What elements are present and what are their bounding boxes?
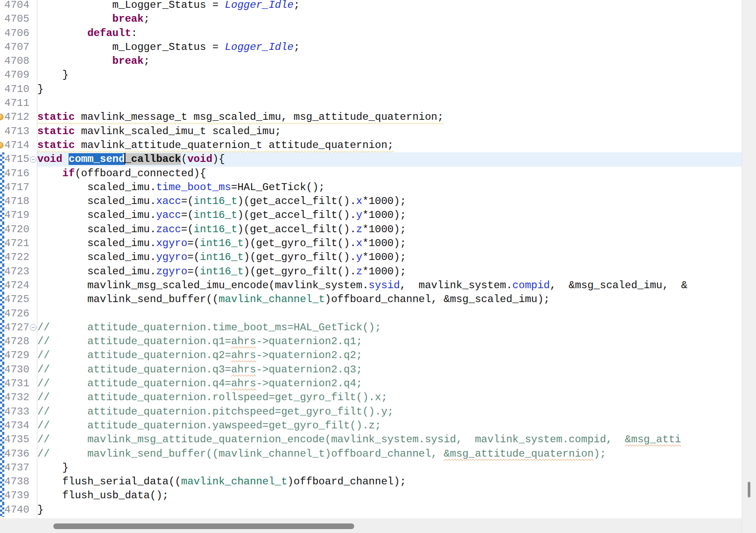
code-line-text[interactable]: // mavlink_msg_attitude_quaternion_encod… bbox=[37, 433, 742, 447]
code-line[interactable]: 4719 scaled_imu.yacc=(int16_t)(get_accel… bbox=[0, 208, 742, 222]
code-line[interactable]: 4726 bbox=[0, 307, 742, 321]
line-number-gutter[interactable]: 4710 bbox=[0, 82, 37, 96]
code-line[interactable]: 4725 mavlink_send_buffer((mavlink_channe… bbox=[0, 293, 742, 306]
code-line[interactable]: 4737 } bbox=[0, 461, 742, 475]
fold-collapse-icon[interactable] bbox=[30, 156, 36, 163]
line-number-gutter[interactable]: 4712 bbox=[0, 110, 37, 124]
line-number-gutter[interactable]: 4718 bbox=[0, 194, 37, 208]
code-line[interactable]: 4717 scaled_imu.time_boot_ms=HAL_GetTick… bbox=[0, 181, 742, 194]
code-line[interactable]: 4738 flush_serial_data((mavlink_channel_… bbox=[0, 475, 742, 489]
line-number-gutter[interactable]: 4714 bbox=[0, 138, 37, 152]
line-number-gutter[interactable]: 4740 bbox=[0, 503, 37, 517]
code-line-text[interactable]: break; bbox=[37, 54, 742, 68]
code-line-text[interactable]: scaled_imu.time_boot_ms=HAL_GetTick(); bbox=[37, 181, 742, 194]
line-number-gutter[interactable]: 4729 bbox=[0, 349, 37, 362]
code-line-text[interactable]: scaled_imu.xacc=(int16_t)(get_accel_filt… bbox=[37, 194, 742, 208]
line-number-gutter[interactable]: 4719 bbox=[0, 208, 37, 222]
code-line[interactable]: 4721 scaled_imu.xgyro=(int16_t)(get_gyro… bbox=[0, 237, 742, 250]
code-line-text[interactable]: } bbox=[37, 461, 742, 475]
code-line[interactable]: 4728// attitude_quaternion.q1=ahrs->quat… bbox=[0, 335, 742, 349]
code-area[interactable]: 4704 m_Logger_Status = Logger_Idle;4705 … bbox=[0, 0, 742, 531]
code-line[interactable]: 4720 scaled_imu.zacc=(int16_t)(get_accel… bbox=[0, 223, 742, 237]
code-line[interactable]: 4730// attitude_quaternion.q3=ahrs->quat… bbox=[0, 363, 742, 377]
code-line-text[interactable]: break; bbox=[37, 12, 742, 26]
line-number-gutter[interactable]: 4715 bbox=[0, 152, 37, 166]
overview-ruler[interactable] bbox=[742, 0, 756, 533]
code-line-text[interactable]: m_Logger_Status = Logger_Idle; bbox=[37, 0, 742, 12]
code-line[interactable]: 4713static mavlink_scaled_imu_t scaled_i… bbox=[0, 125, 742, 138]
code-line-text[interactable]: // mavlink_send_buffer((mavlink_channel_… bbox=[37, 447, 742, 461]
line-number-gutter[interactable]: 4737 bbox=[0, 461, 37, 475]
line-number-gutter[interactable]: 4707 bbox=[0, 40, 37, 54]
code-line[interactable]: 4705 break; bbox=[0, 12, 742, 26]
line-number-gutter[interactable]: 4713 bbox=[0, 125, 37, 138]
code-line[interactable]: 4740} bbox=[0, 503, 742, 517]
line-number-gutter[interactable]: 4720 bbox=[0, 223, 37, 237]
code-line-text[interactable]: } bbox=[37, 82, 742, 96]
code-line-text[interactable]: scaled_imu.zgyro=(int16_t)(get_gyro_filt… bbox=[37, 265, 742, 279]
code-line-text[interactable]: // attitude_quaternion.time_boot_ms=HAL_… bbox=[37, 321, 742, 335]
code-line[interactable]: 4731// attitude_quaternion.q4=ahrs->quat… bbox=[0, 377, 742, 391]
horizontal-scrollbar-track[interactable] bbox=[0, 518, 742, 533]
code-line-text[interactable]: flush_usb_data(); bbox=[37, 489, 742, 503]
code-line-text[interactable]: scaled_imu.zacc=(int16_t)(get_accel_filt… bbox=[37, 223, 742, 237]
line-number-gutter[interactable]: 4738 bbox=[0, 475, 37, 489]
code-line[interactable]: 4723 scaled_imu.zgyro=(int16_t)(get_gyro… bbox=[0, 265, 742, 279]
line-number-gutter[interactable]: 4722 bbox=[0, 250, 37, 264]
code-line-text[interactable]: scaled_imu.ygyro=(int16_t)(get_gyro_filt… bbox=[37, 250, 742, 264]
code-line[interactable]: 4718 scaled_imu.xacc=(int16_t)(get_accel… bbox=[0, 194, 742, 208]
code-line-text[interactable]: scaled_imu.yacc=(int16_t)(get_accel_filt… bbox=[37, 208, 742, 222]
code-line-text[interactable]: mavlink_send_buffer((mavlink_channel_t)o… bbox=[37, 293, 742, 306]
fold-collapse-icon[interactable] bbox=[30, 324, 36, 331]
code-line-text[interactable]: // attitude_quaternion.q3=ahrs->quaterni… bbox=[37, 363, 742, 377]
code-line-text[interactable]: static mavlink_scaled_imu_t scaled_imu; bbox=[37, 125, 742, 138]
code-line[interactable]: 4706 default: bbox=[0, 26, 742, 40]
line-number-gutter[interactable]: 4736 bbox=[0, 447, 37, 461]
code-line-text[interactable]: } bbox=[37, 68, 742, 82]
code-line-text[interactable]: } bbox=[37, 503, 742, 517]
line-number-gutter[interactable]: 4724 bbox=[0, 279, 37, 293]
code-line[interactable]: 4722 scaled_imu.ygyro=(int16_t)(get_gyro… bbox=[0, 250, 742, 264]
code-line-text[interactable]: // attitude_quaternion.q4=ahrs->quaterni… bbox=[37, 377, 742, 391]
code-line-text[interactable]: if(offboard_connected){ bbox=[37, 167, 742, 181]
code-line-text[interactable]: default: bbox=[37, 26, 742, 40]
code-line-text[interactable]: mavlink_msg_scaled_imu_encode(mavlink_sy… bbox=[37, 279, 742, 293]
line-number-gutter[interactable]: 4734 bbox=[0, 419, 37, 433]
code-line[interactable]: 4709 } bbox=[0, 68, 742, 82]
line-number-gutter[interactable]: 4727 bbox=[0, 321, 37, 335]
code-line-text[interactable]: m_Logger_Status = Logger_Idle; bbox=[37, 40, 742, 54]
line-number-gutter[interactable]: 4704 bbox=[0, 0, 37, 12]
line-number-gutter[interactable]: 4721 bbox=[0, 237, 37, 250]
line-number-gutter[interactable]: 4725 bbox=[0, 293, 37, 306]
line-number-gutter[interactable]: 4732 bbox=[0, 391, 37, 405]
vertical-scrollbar-thumb[interactable] bbox=[748, 482, 750, 497]
code-line-text[interactable]: static mavlink_attitude_quaternion_t att… bbox=[37, 138, 742, 152]
code-line-text[interactable]: // attitude_quaternion.q2=ahrs->quaterni… bbox=[37, 349, 742, 362]
line-number-gutter[interactable]: 4733 bbox=[0, 405, 37, 419]
line-number-gutter[interactable]: 4716 bbox=[0, 167, 37, 181]
code-line[interactable]: 4712static mavlink_message_t msg_scaled_… bbox=[0, 110, 742, 124]
code-line-text[interactable] bbox=[37, 307, 742, 321]
code-line-text[interactable]: // attitude_quaternion.yawspeed=get_gyro… bbox=[37, 419, 742, 433]
code-line[interactable]: 4704 m_Logger_Status = Logger_Idle; bbox=[0, 0, 742, 12]
code-line-text[interactable]: scaled_imu.xgyro=(int16_t)(get_gyro_filt… bbox=[37, 237, 742, 250]
line-number-gutter[interactable]: 4708 bbox=[0, 54, 37, 68]
line-number-gutter[interactable]: 4735 bbox=[0, 433, 37, 447]
code-line[interactable]: 4739 flush_usb_data(); bbox=[0, 489, 742, 503]
line-number-gutter[interactable]: 4709 bbox=[0, 68, 37, 82]
line-number-gutter[interactable]: 4717 bbox=[0, 181, 37, 194]
line-number-gutter[interactable]: 4739 bbox=[0, 489, 37, 503]
code-line[interactable]: 4707 m_Logger_Status = Logger_Idle; bbox=[0, 40, 742, 54]
code-line[interactable]: 4734// attitude_quaternion.yawspeed=get_… bbox=[0, 419, 742, 433]
code-line[interactable]: 4733// attitude_quaternion.pitchspeed=ge… bbox=[0, 405, 742, 419]
line-number-gutter[interactable]: 4730 bbox=[0, 363, 37, 377]
code-line[interactable]: 4732// attitude_quaternion.rollspeed=get… bbox=[0, 391, 742, 405]
code-line[interactable]: 4736// mavlink_send_buffer((mavlink_chan… bbox=[0, 447, 742, 461]
code-line[interactable]: 4735// mavlink_msg_attitude_quaternion_e… bbox=[0, 433, 742, 447]
line-number-gutter[interactable]: 4731 bbox=[0, 377, 37, 391]
code-line[interactable]: 4716 if(offboard_connected){ bbox=[0, 167, 742, 181]
code-line[interactable]: 4710} bbox=[0, 82, 742, 96]
code-line-text[interactable]: flush_serial_data((mavlink_channel_t)off… bbox=[37, 475, 742, 489]
code-line[interactable]: 4724 mavlink_msg_scaled_imu_encode(mavli… bbox=[0, 279, 742, 293]
line-number-gutter[interactable]: 4711 bbox=[0, 96, 37, 110]
